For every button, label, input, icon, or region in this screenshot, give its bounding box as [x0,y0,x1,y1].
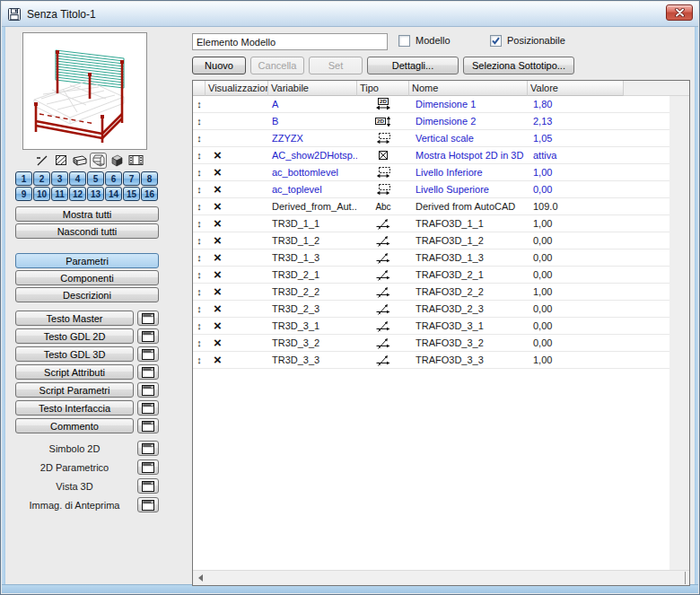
reorder-handle-icon[interactable]: ↕ [197,253,202,263]
view-button-12[interactable]: 12 [69,187,86,201]
title-bar[interactable]: Senza Titolo-1 [2,2,698,27]
table-row[interactable]: ↕×TR3D_1_2TRAFO3D_1_20,00 [193,232,669,249]
vista-3d-window-button[interactable] [137,478,159,494]
testo-gdl-2d-window-button[interactable] [137,328,159,344]
reorder-handle-icon[interactable]: ↕ [197,117,202,127]
reorder-handle-icon[interactable]: ↕ [197,270,202,280]
reorder-handle-icon[interactable]: ↕ [197,287,202,297]
table-row[interactable]: ↕×TR3D_3_1TRAFO3D_3_10,00 [193,318,669,335]
table-row[interactable]: ↕B2DDimensione 22,13 [193,113,669,130]
reorder-handle-icon[interactable]: ↕ [197,355,202,365]
reorder-handle-icon[interactable]: ↕ [197,321,202,331]
view-button-16[interactable]: 16 [141,187,158,201]
tab-parametri[interactable]: Parametri [15,253,159,268]
column-header-reorder[interactable] [193,81,206,96]
table-row[interactable]: ↕ZZYZXVertical scale1,05 [193,130,669,147]
testo-interfaccia-button[interactable]: Testo Interfaccia [15,400,134,416]
hidden-icon[interactable]: × [214,319,222,332]
view-button-2[interactable]: 2 [33,171,50,186]
hidden-icon[interactable]: × [214,216,222,230]
section-icon[interactable] [71,153,89,169]
hatch-2d-icon[interactable] [52,153,70,169]
element-name-input[interactable] [192,33,388,50]
shaded-3d-icon[interactable] [108,153,126,169]
hidden-icon[interactable]: × [214,233,222,247]
reorder-handle-icon[interactable]: ↕ [197,219,202,229]
symbol-2d-icon[interactable] [33,153,51,169]
view-button-10[interactable]: 10 [33,187,50,201]
vertical-scrollbar-track[interactable] [669,96,689,570]
hidden-icon[interactable]: × [214,182,222,196]
immag-di-anteprima-window-button[interactable] [137,497,159,512]
tab-componenti[interactable]: Componenti [15,270,159,285]
view-button-1[interactable]: 1 [15,171,32,186]
reorder-handle-icon[interactable]: ↕ [197,338,202,348]
view-button-9[interactable]: 9 [15,187,32,201]
testo-master-window-button[interactable] [137,311,159,326]
script-parametri-button[interactable]: Script Parametri [15,382,134,398]
table-row[interactable]: ↕×TR3D_1_3TRAFO3D_1_30,00 [193,249,669,267]
script-parametri-window-button[interactable] [137,382,159,398]
hidden-icon[interactable]: × [214,284,222,298]
reorder-handle-icon[interactable]: ↕ [197,151,202,161]
column-header-variabile[interactable]: Variabile [268,81,357,96]
table-row[interactable]: ↕×TR3D_2_2TRAFO3D_2_21,00 [193,284,669,301]
hidden-icon[interactable]: × [214,165,222,179]
column-header-tipo[interactable]: Tipo [357,81,409,96]
set-button[interactable]: Set [309,57,363,74]
testo-interfaccia-window-button[interactable] [137,400,159,416]
table-row[interactable]: ↕A2DDimensione 11,80 [193,96,669,113]
view-button-8[interactable]: 8 [141,171,158,186]
nuovo-button[interactable]: Nuovo [192,57,246,74]
hidden-icon[interactable]: × [214,148,222,162]
scroll-left-arrow-icon[interactable] [193,571,208,585]
view-button-11[interactable]: 11 [51,187,68,201]
view-button-5[interactable]: 5 [87,171,104,186]
view-button-14[interactable]: 14 [105,187,122,201]
simbolo-2d-window-button[interactable] [137,441,159,456]
testo-master-button[interactable]: Testo Master [15,311,134,326]
view-button-7[interactable]: 7 [123,171,140,186]
table-row[interactable]: ↕×TR3D_3_3TRAFO3D_3_31,00 [193,352,669,369]
horizontal-scrollbar[interactable] [193,570,689,585]
column-header-nome[interactable]: Nome [409,81,528,96]
column-header-valore[interactable]: Valore [528,81,624,96]
view-button-15[interactable]: 15 [123,187,140,201]
mostra-tutti-button[interactable]: Mostra tutti [15,206,159,222]
modello-checkbox[interactable] [398,35,410,47]
wireframe-3d-icon[interactable] [90,153,108,169]
reorder-handle-icon[interactable]: ↕ [197,100,202,109]
table-row[interactable]: ↕×AC_show2DHotsp...Mostra Hotspot 2D in … [193,147,669,164]
commento-button[interactable]: Commento [15,418,134,433]
tab-descrizioni[interactable]: Descrizioni [15,287,159,302]
reorder-handle-icon[interactable]: ↕ [197,236,202,246]
view-button-13[interactable]: 13 [87,187,104,201]
2d-parametrico-window-button[interactable] [137,459,159,475]
testo-gdl-3d-button[interactable]: Testo GDL 3D [15,346,134,362]
reorder-handle-icon[interactable]: ↕ [197,304,202,314]
testo-gdl-2d-button[interactable]: Testo GDL 2D [15,328,134,344]
cancella-button[interactable]: Cancella [250,57,304,74]
hidden-icon[interactable]: × [214,336,222,349]
table-row[interactable]: ↕×TR3D_3_2TRAFO3D_3_20,00 [193,335,669,352]
hidden-icon[interactable]: × [214,302,222,315]
hidden-icon[interactable]: × [214,267,222,281]
dettagli-button[interactable]: Dettagli... [367,57,459,74]
seleziona-sottotipo-button[interactable]: Seleziona Sottotipo... [463,57,574,74]
posizionabile-checkbox[interactable] [490,35,502,47]
hidden-icon[interactable]: × [214,199,222,213]
script-attributi-button[interactable]: Script Attributi [15,364,134,380]
table-row[interactable]: ↕×TR3D_2_1TRAFO3D_2_10,00 [193,267,669,284]
table-row[interactable]: ↕×TR3D_2_3TRAFO3D_2_30,00 [193,301,669,318]
reorder-handle-icon[interactable]: ↕ [197,202,202,212]
hidden-icon[interactable]: × [214,250,222,264]
table-row[interactable]: ↕×Derived_from_Aut...AbcDerived from Aut… [193,198,669,215]
nascondi-tutti-button[interactable]: Nascondi tutti [15,223,159,239]
animation-icon[interactable] [127,153,144,169]
view-button-6[interactable]: 6 [105,171,122,186]
table-row[interactable]: ↕×TR3D_1_1TRAFO3D_1_11,00 [193,215,669,232]
column-header-visualizzazion[interactable]: Visualizzazion [206,81,268,96]
reorder-handle-icon[interactable]: ↕ [197,185,202,195]
close-button[interactable] [666,4,693,21]
table-row[interactable]: ↕×ac_bottomlevelLivello Inferiore1,00 [193,164,669,181]
